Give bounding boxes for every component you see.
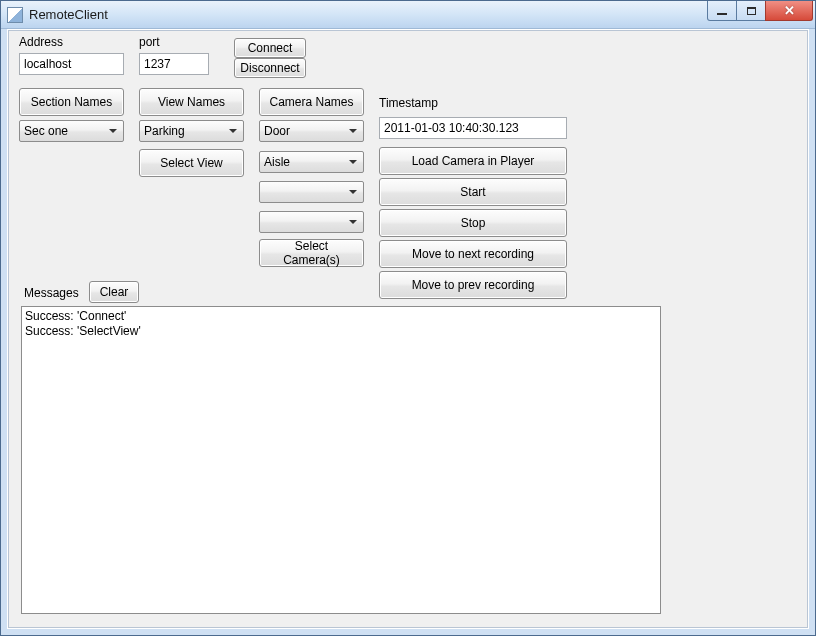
camera-combo-1-value: Door <box>264 124 290 138</box>
address-input[interactable] <box>19 53 124 75</box>
app-window: RemoteClient ✕ Address port Connect Disc… <box>0 0 816 636</box>
section-combo-value: Sec one <box>24 124 68 138</box>
timestamp-input[interactable] <box>379 117 567 139</box>
window-controls: ✕ <box>708 1 813 21</box>
app-icon <box>7 7 23 23</box>
load-camera-button[interactable]: Load Camera in Player <box>379 147 567 175</box>
section-combo[interactable]: Sec one <box>19 120 124 142</box>
client-area: Address port Connect Disconnect Section … <box>8 30 808 628</box>
messages-label: Messages <box>24 286 79 300</box>
port-label: port <box>139 35 160 49</box>
chevron-down-icon <box>349 220 357 224</box>
section-names-button[interactable]: Section Names <box>19 88 124 116</box>
view-names-button[interactable]: View Names <box>139 88 244 116</box>
move-prev-button[interactable]: Move to prev recording <box>379 271 567 299</box>
disconnect-button[interactable]: Disconnect <box>234 58 306 78</box>
camera-combo-2-value: Aisle <box>264 155 290 169</box>
select-cameras-button[interactable]: Select Camera(s) <box>259 239 364 267</box>
camera-combo-2[interactable]: Aisle <box>259 151 364 173</box>
stop-button[interactable]: Stop <box>379 209 567 237</box>
messages-textarea[interactable]: Success: 'Connect' Success: 'SelectView' <box>21 306 661 614</box>
camera-names-button[interactable]: Camera Names <box>259 88 364 116</box>
port-input[interactable] <box>139 53 209 75</box>
view-combo-value: Parking <box>144 124 185 138</box>
minimize-icon <box>717 13 727 15</box>
clear-button[interactable]: Clear <box>89 281 139 303</box>
camera-combo-4[interactable] <box>259 211 364 233</box>
window-title: RemoteClient <box>29 7 108 22</box>
chevron-down-icon <box>229 129 237 133</box>
connect-button[interactable]: Connect <box>234 38 306 58</box>
maximize-button[interactable] <box>736 1 766 21</box>
maximize-icon <box>747 7 756 15</box>
select-view-button[interactable]: Select View <box>139 149 244 177</box>
chevron-down-icon <box>109 129 117 133</box>
camera-combo-3[interactable] <box>259 181 364 203</box>
minimize-button[interactable] <box>707 1 737 21</box>
chevron-down-icon <box>349 129 357 133</box>
close-icon: ✕ <box>784 3 795 18</box>
titlebar[interactable]: RemoteClient ✕ <box>1 1 815 29</box>
move-next-button[interactable]: Move to next recording <box>379 240 567 268</box>
start-button[interactable]: Start <box>379 178 567 206</box>
chevron-down-icon <box>349 190 357 194</box>
close-button[interactable]: ✕ <box>765 1 813 21</box>
address-label: Address <box>19 35 63 49</box>
timestamp-label: Timestamp <box>379 96 438 110</box>
chevron-down-icon <box>349 160 357 164</box>
camera-combo-1[interactable]: Door <box>259 120 364 142</box>
view-combo[interactable]: Parking <box>139 120 244 142</box>
